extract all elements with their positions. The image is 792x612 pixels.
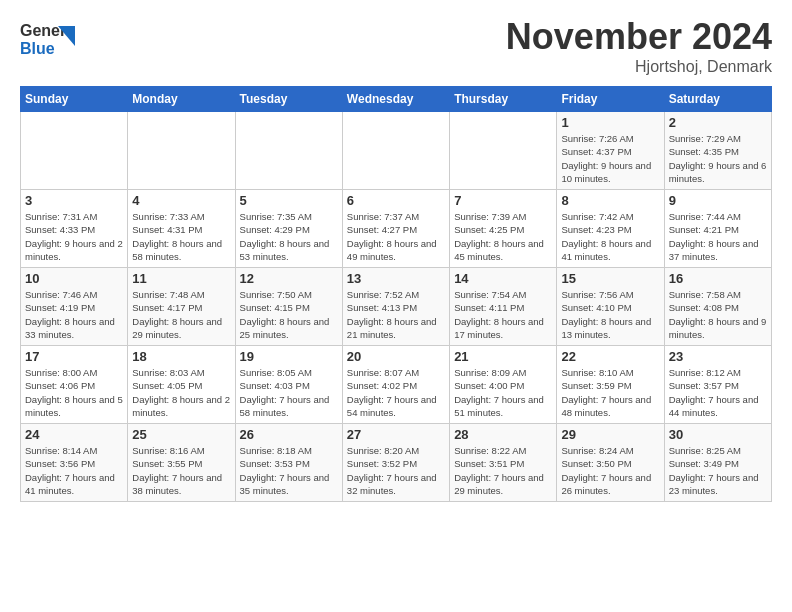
calendar-cell: 4Sunrise: 7:33 AMSunset: 4:31 PMDaylight…: [128, 190, 235, 268]
day-info: Sunrise: 7:33 AMSunset: 4:31 PMDaylight:…: [132, 211, 222, 262]
day-number: 3: [25, 193, 123, 208]
calendar-cell: 21Sunrise: 8:09 AMSunset: 4:00 PMDayligh…: [450, 346, 557, 424]
day-info: Sunrise: 8:03 AMSunset: 4:05 PMDaylight:…: [132, 367, 230, 418]
day-number: 16: [669, 271, 767, 286]
calendar-cell: 18Sunrise: 8:03 AMSunset: 4:05 PMDayligh…: [128, 346, 235, 424]
calendar-cell: 27Sunrise: 8:20 AMSunset: 3:52 PMDayligh…: [342, 424, 449, 502]
day-number: 15: [561, 271, 659, 286]
calendar-cell: 12Sunrise: 7:50 AMSunset: 4:15 PMDayligh…: [235, 268, 342, 346]
day-info: Sunrise: 8:00 AMSunset: 4:06 PMDaylight:…: [25, 367, 123, 418]
calendar-cell: 29Sunrise: 8:24 AMSunset: 3:50 PMDayligh…: [557, 424, 664, 502]
header: General Blue November 2024 Hjortshoj, De…: [20, 16, 772, 76]
calendar-cell: 6Sunrise: 7:37 AMSunset: 4:27 PMDaylight…: [342, 190, 449, 268]
day-info: Sunrise: 8:22 AMSunset: 3:51 PMDaylight:…: [454, 445, 544, 496]
day-info: Sunrise: 7:29 AMSunset: 4:35 PMDaylight:…: [669, 133, 767, 184]
day-info: Sunrise: 8:14 AMSunset: 3:56 PMDaylight:…: [25, 445, 115, 496]
day-number: 2: [669, 115, 767, 130]
logo-icon: General Blue: [20, 16, 75, 61]
day-number: 22: [561, 349, 659, 364]
calendar-table: Sunday Monday Tuesday Wednesday Thursday…: [20, 86, 772, 502]
day-info: Sunrise: 8:20 AMSunset: 3:52 PMDaylight:…: [347, 445, 437, 496]
day-info: Sunrise: 7:35 AMSunset: 4:29 PMDaylight:…: [240, 211, 330, 262]
day-number: 10: [25, 271, 123, 286]
day-number: 28: [454, 427, 552, 442]
calendar-cell: 23Sunrise: 8:12 AMSunset: 3:57 PMDayligh…: [664, 346, 771, 424]
calendar-cell: 8Sunrise: 7:42 AMSunset: 4:23 PMDaylight…: [557, 190, 664, 268]
col-wednesday: Wednesday: [342, 87, 449, 112]
calendar-cell: 9Sunrise: 7:44 AMSunset: 4:21 PMDaylight…: [664, 190, 771, 268]
day-info: Sunrise: 7:42 AMSunset: 4:23 PMDaylight:…: [561, 211, 651, 262]
day-info: Sunrise: 7:46 AMSunset: 4:19 PMDaylight:…: [25, 289, 115, 340]
day-number: 14: [454, 271, 552, 286]
col-thursday: Thursday: [450, 87, 557, 112]
title-area: November 2024 Hjortshoj, Denmark: [506, 16, 772, 76]
calendar-cell: 3Sunrise: 7:31 AMSunset: 4:33 PMDaylight…: [21, 190, 128, 268]
logo: General Blue: [20, 16, 75, 61]
day-number: 23: [669, 349, 767, 364]
svg-text:Blue: Blue: [20, 40, 55, 57]
calendar-cell: 14Sunrise: 7:54 AMSunset: 4:11 PMDayligh…: [450, 268, 557, 346]
day-number: 12: [240, 271, 338, 286]
day-info: Sunrise: 8:25 AMSunset: 3:49 PMDaylight:…: [669, 445, 759, 496]
day-number: 30: [669, 427, 767, 442]
calendar-week-row: 1Sunrise: 7:26 AMSunset: 4:37 PMDaylight…: [21, 112, 772, 190]
calendar-cell: 28Sunrise: 8:22 AMSunset: 3:51 PMDayligh…: [450, 424, 557, 502]
day-info: Sunrise: 8:07 AMSunset: 4:02 PMDaylight:…: [347, 367, 437, 418]
day-info: Sunrise: 8:10 AMSunset: 3:59 PMDaylight:…: [561, 367, 651, 418]
day-number: 19: [240, 349, 338, 364]
location: Hjortshoj, Denmark: [506, 58, 772, 76]
month-title: November 2024: [506, 16, 772, 58]
day-info: Sunrise: 7:50 AMSunset: 4:15 PMDaylight:…: [240, 289, 330, 340]
calendar-cell: 25Sunrise: 8:16 AMSunset: 3:55 PMDayligh…: [128, 424, 235, 502]
day-number: 8: [561, 193, 659, 208]
calendar-cell: 26Sunrise: 8:18 AMSunset: 3:53 PMDayligh…: [235, 424, 342, 502]
day-info: Sunrise: 8:05 AMSunset: 4:03 PMDaylight:…: [240, 367, 330, 418]
calendar-header-row: Sunday Monday Tuesday Wednesday Thursday…: [21, 87, 772, 112]
day-number: 4: [132, 193, 230, 208]
calendar-cell: 15Sunrise: 7:56 AMSunset: 4:10 PMDayligh…: [557, 268, 664, 346]
day-info: Sunrise: 7:39 AMSunset: 4:25 PMDaylight:…: [454, 211, 544, 262]
day-info: Sunrise: 8:09 AMSunset: 4:00 PMDaylight:…: [454, 367, 544, 418]
day-info: Sunrise: 7:26 AMSunset: 4:37 PMDaylight:…: [561, 133, 651, 184]
day-number: 24: [25, 427, 123, 442]
day-info: Sunrise: 7:56 AMSunset: 4:10 PMDaylight:…: [561, 289, 651, 340]
day-info: Sunrise: 7:44 AMSunset: 4:21 PMDaylight:…: [669, 211, 759, 262]
calendar-cell: 13Sunrise: 7:52 AMSunset: 4:13 PMDayligh…: [342, 268, 449, 346]
day-info: Sunrise: 7:48 AMSunset: 4:17 PMDaylight:…: [132, 289, 222, 340]
calendar-cell: 22Sunrise: 8:10 AMSunset: 3:59 PMDayligh…: [557, 346, 664, 424]
day-info: Sunrise: 7:37 AMSunset: 4:27 PMDaylight:…: [347, 211, 437, 262]
day-info: Sunrise: 8:12 AMSunset: 3:57 PMDaylight:…: [669, 367, 759, 418]
calendar-cell: 1Sunrise: 7:26 AMSunset: 4:37 PMDaylight…: [557, 112, 664, 190]
calendar-cell: 19Sunrise: 8:05 AMSunset: 4:03 PMDayligh…: [235, 346, 342, 424]
calendar-cell: 2Sunrise: 7:29 AMSunset: 4:35 PMDaylight…: [664, 112, 771, 190]
calendar-cell: 16Sunrise: 7:58 AMSunset: 4:08 PMDayligh…: [664, 268, 771, 346]
calendar-week-row: 17Sunrise: 8:00 AMSunset: 4:06 PMDayligh…: [21, 346, 772, 424]
calendar-cell: [342, 112, 449, 190]
day-number: 5: [240, 193, 338, 208]
day-info: Sunrise: 7:54 AMSunset: 4:11 PMDaylight:…: [454, 289, 544, 340]
col-tuesday: Tuesday: [235, 87, 342, 112]
day-number: 21: [454, 349, 552, 364]
day-number: 25: [132, 427, 230, 442]
day-info: Sunrise: 7:58 AMSunset: 4:08 PMDaylight:…: [669, 289, 767, 340]
col-saturday: Saturday: [664, 87, 771, 112]
day-number: 11: [132, 271, 230, 286]
day-number: 1: [561, 115, 659, 130]
day-number: 7: [454, 193, 552, 208]
calendar-cell: 7Sunrise: 7:39 AMSunset: 4:25 PMDaylight…: [450, 190, 557, 268]
calendar-week-row: 3Sunrise: 7:31 AMSunset: 4:33 PMDaylight…: [21, 190, 772, 268]
col-sunday: Sunday: [21, 87, 128, 112]
day-number: 17: [25, 349, 123, 364]
calendar-cell: 20Sunrise: 8:07 AMSunset: 4:02 PMDayligh…: [342, 346, 449, 424]
day-number: 26: [240, 427, 338, 442]
calendar-cell: [21, 112, 128, 190]
calendar-cell: 10Sunrise: 7:46 AMSunset: 4:19 PMDayligh…: [21, 268, 128, 346]
col-friday: Friday: [557, 87, 664, 112]
calendar-cell: 17Sunrise: 8:00 AMSunset: 4:06 PMDayligh…: [21, 346, 128, 424]
day-info: Sunrise: 7:52 AMSunset: 4:13 PMDaylight:…: [347, 289, 437, 340]
day-number: 13: [347, 271, 445, 286]
calendar-cell: 30Sunrise: 8:25 AMSunset: 3:49 PMDayligh…: [664, 424, 771, 502]
calendar-cell: [450, 112, 557, 190]
day-number: 18: [132, 349, 230, 364]
day-number: 20: [347, 349, 445, 364]
